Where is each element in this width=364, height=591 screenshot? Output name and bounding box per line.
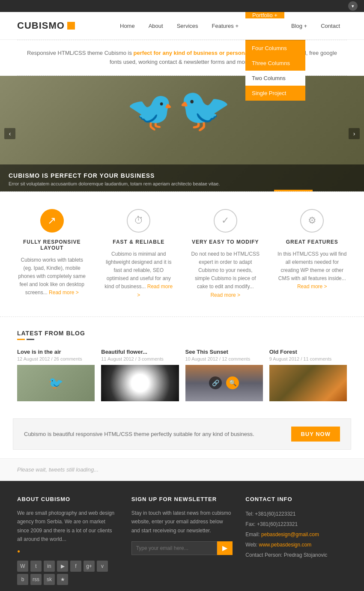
bird-right: 🐦	[178, 84, 231, 135]
tweets-bar: Please wait, tweets still loading...	[0, 458, 364, 481]
social-icon-linkedin[interactable]: in	[44, 561, 55, 572]
dd-three-columns[interactable]: Three Columns	[245, 56, 305, 71]
footer-newsletter-text: Stay in touch with latest news from cubi…	[131, 509, 233, 535]
logo-text: CUBISMO	[17, 20, 65, 31]
feature-easy-readmore[interactable]: Read more >	[210, 292, 240, 298]
features-section: ↗ FULLY RESPONSIVE LAYOUT Cubismo works …	[0, 191, 364, 317]
contact-web-row: Web: www.pebasdesign.com	[245, 540, 347, 550]
hero-next-button[interactable]: ›	[349, 128, 360, 139]
blog-item-2-thumb[interactable]: 🔗 🔍	[185, 365, 263, 401]
logo-icon	[67, 22, 75, 30]
hero-caption: CUBISMO IS PERFECT FOR YOUR BUSINESS Err…	[0, 164, 364, 191]
newsletter-email-input[interactable]	[131, 541, 218, 555]
blog-item-2-overlay: 🔗 🔍	[185, 365, 263, 401]
blog-item-0-thumb[interactable]: 🐦	[17, 365, 95, 401]
dd-single-project[interactable]: Single Project	[245, 86, 305, 101]
contact-info: Tel: +381(60)1223321 Fax: +381(60)122332…	[245, 509, 347, 560]
nav-services[interactable]: Services	[170, 12, 205, 40]
tagline-before: Responsive HTML/CSS theme Cubismo is	[27, 50, 134, 56]
social-icon-facebook[interactable]: f	[70, 561, 81, 572]
blog-title-underline	[17, 339, 347, 340]
footer-contact-col: CONTACT INFO Tel: +381(60)1223321 Fax: +…	[245, 496, 347, 585]
blog-item-1-thumb[interactable]	[101, 365, 179, 401]
nav-portfolio[interactable]: Portfolio +	[245, 12, 284, 18]
blog-link-icon[interactable]: 🔗	[209, 376, 222, 389]
feature-great-readmore[interactable]: Read more >	[297, 284, 327, 290]
hero-prev-button[interactable]: ‹	[4, 128, 15, 139]
feature-easy: ✓ VERY EASY TO MODIFY Do not need to be …	[182, 205, 269, 304]
contact-tel: Tel: +381(60)1223321	[245, 509, 347, 519]
nav-home[interactable]: Home	[113, 12, 142, 40]
footer-newsletter-col: SIGN UP FOR NEWSLETTER Stay in touch wit…	[131, 496, 233, 585]
footer-about-more[interactable]: ●	[17, 548, 20, 554]
topbar-icon[interactable]: ▾	[348, 1, 358, 11]
feature-great-title: GREAT FEATURES	[277, 239, 347, 245]
feature-fast-text: Cubismo is minimal and lightweight desig…	[104, 250, 174, 299]
hero-subtitle: Error sit voluptatem accusantium dolorem…	[9, 181, 355, 186]
newsletter-input-row: ▶	[131, 541, 233, 555]
dd-two-columns[interactable]: Two Columns	[245, 71, 305, 86]
contact-person-label: Contact Person:	[245, 552, 283, 558]
nav-contact[interactable]: Contact	[314, 12, 347, 40]
blog-item-0-date: 12 August 2012 / 26 comments	[17, 356, 95, 361]
blog-item-0: Love is in the air 12 August 2012 / 26 c…	[17, 349, 95, 401]
buy-bar: Cubismo is beautiful responsive HTML/CSS…	[13, 418, 351, 450]
blog-item-3-thumb[interactable]	[269, 365, 347, 401]
contact-web-link[interactable]: www.pebasdesign.com	[259, 542, 311, 548]
blog-item-1-date: 11 August 2012 / 3 comments	[101, 356, 179, 361]
logo: CUBISMO	[17, 20, 75, 31]
feature-easy-text: Do not need to be HTML/CSS expert in ord…	[191, 250, 260, 299]
header: CUBISMO Home About Services Features + P…	[0, 12, 364, 40]
social-icon-rss[interactable]: rss	[30, 574, 42, 585]
footer-contact-title: CONTACT INFO	[245, 496, 347, 502]
buy-bar-text: Cubismo is beautiful responsive HTML/CSS…	[24, 431, 254, 437]
buy-now-button[interactable]: BUY NOW	[291, 427, 340, 442]
feature-great-icon: ⚙	[300, 209, 324, 233]
nav-features[interactable]: Features +	[205, 12, 246, 40]
feature-responsive-icon: ↗	[40, 209, 64, 233]
feature-fast-icon: ⏱	[127, 209, 150, 233]
contact-email-label: Email:	[245, 531, 261, 537]
contact-fax: Fax: +381(60)1223321	[245, 519, 347, 529]
underline-dark	[27, 339, 34, 340]
blog-item-3-date: 9 August 2012 / 11 comments	[269, 356, 347, 361]
social-icon-blogger[interactable]: b	[17, 574, 28, 585]
hero-bar	[274, 190, 313, 191]
feature-easy-title: VERY EASY TO MODIFY	[191, 239, 260, 245]
blog-item-2-date: 10 August 2012 / 12 comments	[185, 356, 263, 361]
contact-email-link[interactable]: pebasdesign@gmail.com	[261, 531, 319, 537]
blog-section: LATEST FROM BLOG Love is in the air 12 A…	[0, 317, 364, 414]
social-icon-twitter[interactable]: t	[30, 561, 42, 572]
nav-portfolio-dropdown[interactable]: Portfolio + Four Columns Three Columns T…	[245, 12, 284, 40]
blog-item-2: See This Sunset 10 August 2012 / 12 comm…	[185, 349, 263, 401]
underline-orange	[17, 339, 25, 340]
social-icon-wordpress[interactable]: W	[17, 561, 28, 572]
social-icon-star[interactable]: ★	[57, 574, 68, 585]
top-bar: ▾	[0, 0, 364, 12]
blog-search-icon[interactable]: 🔍	[226, 376, 239, 389]
footer-newsletter-title: SIGN UP FOR NEWSLETTER	[131, 496, 233, 502]
dd-four-columns[interactable]: Four Columns	[245, 41, 305, 56]
newsletter-submit-button[interactable]: ▶	[217, 541, 233, 555]
blog-item-3-title: Old Forest	[269, 349, 347, 355]
feature-responsive-readmore[interactable]: Read more >	[49, 290, 79, 296]
nav-about[interactable]: About	[142, 12, 170, 40]
social-icon-googleplus[interactable]: g+	[84, 561, 95, 572]
footer-about-text: We are small photography and web design …	[17, 509, 119, 544]
feature-great: ⚙ GREAT FEATURES In this HTML/CSS you wi…	[269, 205, 356, 304]
social-icon-youtube[interactable]: ▶	[57, 561, 68, 572]
social-icon-skype[interactable]: sk	[44, 574, 55, 585]
blog-item-1-title: Beautiful flower...	[101, 349, 179, 355]
tagline: Responsive HTML/CSS theme Cubismo is per…	[0, 40, 364, 75]
contact-person-name: Predrag Stojanovic	[284, 552, 327, 558]
feature-fast-title: FAST & RELIABLE	[104, 239, 174, 245]
nav-blog[interactable]: Blog +	[284, 12, 314, 40]
blog-item-2-title: See This Sunset	[185, 349, 263, 355]
blog-item-0-title: Love is in the air	[17, 349, 95, 355]
footer-about-col: ABOUT CUBISMO We are small photography a…	[17, 496, 119, 585]
contact-web-label: Web:	[245, 542, 259, 548]
feature-responsive-text: Cubismo works with tablets (eg. Ipad, Ki…	[17, 256, 87, 297]
feature-responsive-title: FULLY RESPONSIVE LAYOUT	[17, 239, 87, 251]
blog-item-1: Beautiful flower... 11 August 2012 / 3 c…	[101, 349, 179, 401]
social-icon-vimeo[interactable]: v	[97, 561, 108, 572]
